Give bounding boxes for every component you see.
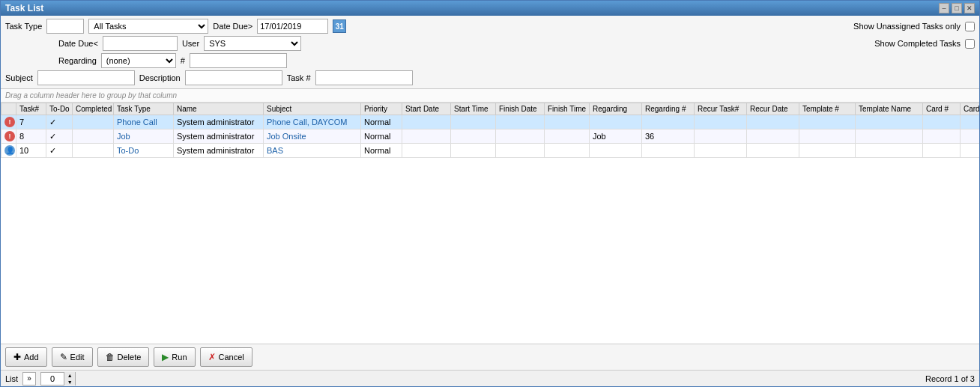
grid-container: Task# To-Do Completed Task Type Name Sub… xyxy=(1,103,979,344)
page-spinner: ▲ ▼ xyxy=(40,372,76,386)
regarding-num: 36 xyxy=(642,129,695,144)
col-header-template-name[interactable]: Template Name xyxy=(856,103,923,115)
task-type-select[interactable]: All Tasks xyxy=(88,19,208,34)
col-header-completed[interactable]: Completed xyxy=(73,103,114,115)
col-header-regarding-num[interactable]: Regarding # xyxy=(642,103,695,115)
date-due-gt-input[interactable] xyxy=(257,19,328,34)
col-header-recur-date[interactable]: Recur Date xyxy=(747,103,799,115)
template-name xyxy=(856,129,923,144)
subject-label: Subject xyxy=(5,73,33,82)
close-button[interactable]: ✕ xyxy=(964,3,975,13)
subject[interactable]: BAS xyxy=(264,144,361,158)
name: System administrator xyxy=(174,115,264,129)
card-num xyxy=(923,144,961,158)
name: System administrator xyxy=(174,129,264,144)
edit-button[interactable]: ✎ Edit xyxy=(52,347,93,367)
todo: ✓ xyxy=(46,115,73,129)
edit-label: Edit xyxy=(70,353,85,362)
cancel-icon: ✗ xyxy=(208,352,216,362)
col-header-name[interactable]: Name xyxy=(174,103,264,115)
col-header-subject[interactable]: Subject xyxy=(264,103,361,115)
window-controls: – □ ✕ xyxy=(939,3,975,13)
filter-row-2: Date Due< User SYS Show Completed Tasks xyxy=(5,36,975,51)
col-header-finish-time[interactable]: Finish Time xyxy=(545,103,590,115)
toolbar: Task Type All Tasks Date Due> 31 Show Un… xyxy=(1,16,979,89)
subject[interactable]: Phone Call, DAYCOM xyxy=(264,115,361,129)
task-type[interactable]: Phone Call xyxy=(114,115,174,129)
col-header-icon[interactable] xyxy=(1,103,16,115)
completed xyxy=(73,144,114,158)
col-header-recur-task[interactable]: Recur Task# xyxy=(695,103,747,115)
add-button[interactable]: ✚ Add xyxy=(5,347,47,367)
minimize-button[interactable]: – xyxy=(939,3,949,13)
col-header-template-num[interactable]: Template # xyxy=(799,103,856,115)
hash-input[interactable] xyxy=(190,53,287,68)
recur-task xyxy=(695,129,747,144)
description-input[interactable] xyxy=(185,70,282,85)
finish-date xyxy=(496,144,545,158)
template-num xyxy=(799,129,856,144)
add-label: Add xyxy=(24,353,39,362)
finish-date xyxy=(496,115,545,129)
col-header-card-name[interactable]: Card Name xyxy=(961,103,980,115)
task-type[interactable]: Job xyxy=(114,129,174,144)
delete-label: Delete xyxy=(118,353,142,362)
row-icon: 👤 xyxy=(1,144,16,158)
spinner-up-button[interactable]: ▲ xyxy=(64,372,75,379)
task-type-prefix-input[interactable] xyxy=(46,19,84,34)
nav-forward-button[interactable]: » xyxy=(22,372,36,386)
todo: ✓ xyxy=(46,144,73,158)
show-unassigned-checkbox[interactable] xyxy=(965,22,975,31)
completed xyxy=(73,115,114,129)
finish-date xyxy=(496,129,545,144)
table-row[interactable]: 👤10✓To-DoSystem administratorBASNormal xyxy=(1,144,980,158)
start-time xyxy=(451,115,496,129)
col-header-priority[interactable]: Priority xyxy=(361,103,402,115)
finish-time xyxy=(545,115,590,129)
spinner-down-button[interactable]: ▼ xyxy=(64,379,75,386)
regarding xyxy=(590,144,642,158)
regarding-select[interactable]: (none) xyxy=(101,53,176,68)
cancel-button[interactable]: ✗ Cancel xyxy=(200,347,252,367)
subject-input[interactable] xyxy=(37,70,135,85)
table-body: !7✓Phone CallSystem administratorPhone C… xyxy=(1,115,980,158)
task-type[interactable]: To-Do xyxy=(114,144,174,158)
page-input[interactable] xyxy=(41,373,64,385)
task-list-window: Task List – □ ✕ Task Type All Tasks Date… xyxy=(0,0,980,387)
template-num xyxy=(799,115,856,129)
table-row[interactable]: !7✓Phone CallSystem administratorPhone C… xyxy=(1,115,980,129)
regarding-label: Regarding xyxy=(58,56,97,65)
show-unassigned-label: Show Unassigned Tasks only xyxy=(853,22,961,31)
calendar-icon[interactable]: 31 xyxy=(333,19,346,33)
col-header-task-type[interactable]: Task Type xyxy=(114,103,174,115)
col-header-finish-date[interactable]: Finish Date xyxy=(496,103,545,115)
table-row[interactable]: !8✓JobSystem administratorJob OnsiteNorm… xyxy=(1,129,980,144)
task-hash-label: Task # xyxy=(287,73,311,82)
col-header-task-num[interactable]: Task# xyxy=(16,103,46,115)
template-name xyxy=(856,144,923,158)
user-label: User xyxy=(182,39,199,48)
col-header-regarding[interactable]: Regarding xyxy=(590,103,642,115)
col-header-start-date[interactable]: Start Date xyxy=(402,103,451,115)
title-bar: Task List – □ ✕ xyxy=(1,1,979,16)
restore-button[interactable]: □ xyxy=(952,3,962,13)
col-header-todo[interactable]: To-Do xyxy=(46,103,73,115)
col-header-card-num[interactable]: Card # xyxy=(923,103,961,115)
show-completed-checkbox[interactable] xyxy=(965,39,975,49)
delete-button[interactable]: 🗑 Delete xyxy=(97,347,150,367)
date-due-lt-input[interactable] xyxy=(103,36,178,51)
description-label: Description xyxy=(139,73,181,82)
edit-icon: ✎ xyxy=(60,352,67,362)
subject[interactable]: Job Onsite xyxy=(264,129,361,144)
user-select[interactable]: SYS xyxy=(204,36,301,51)
finish-time xyxy=(545,129,590,144)
date-due-lt-label: Date Due< xyxy=(58,39,98,48)
start-date xyxy=(402,129,451,144)
recur-task xyxy=(695,115,747,129)
run-button[interactable]: ▶ Run xyxy=(154,347,195,367)
col-header-start-time[interactable]: Start Time xyxy=(451,103,496,115)
regarding xyxy=(590,115,642,129)
task-hash-input[interactable] xyxy=(315,70,413,85)
regarding-num xyxy=(642,115,695,129)
recur-date xyxy=(747,115,799,129)
